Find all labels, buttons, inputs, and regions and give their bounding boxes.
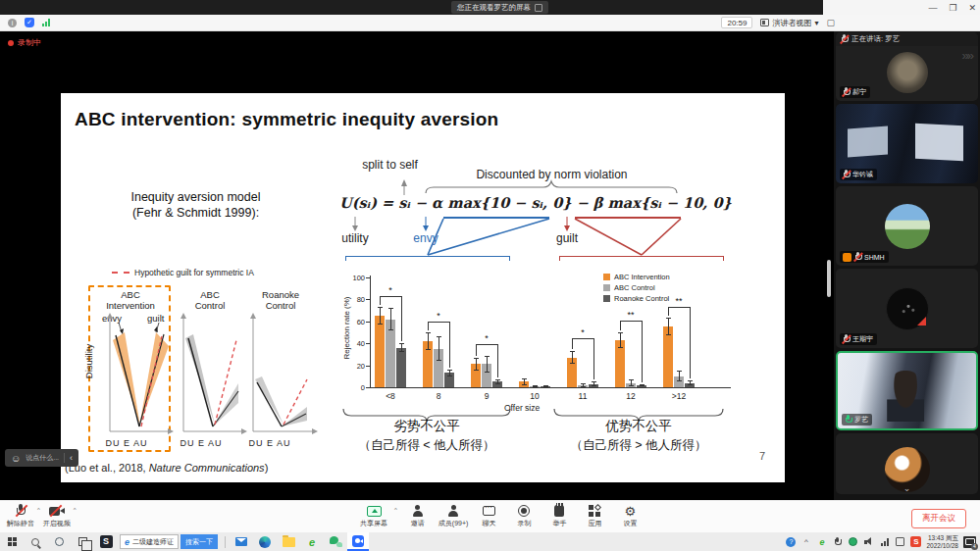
- folder-icon: [283, 537, 295, 547]
- panel2-x-labels: DU E AU: [167, 438, 235, 448]
- maximize-button[interactable]: ❐: [949, 3, 956, 13]
- share-screen-icon: [367, 506, 382, 517]
- person-icon: [412, 505, 424, 518]
- members-icon: [447, 505, 459, 518]
- fullscreen-icon[interactable]: ▢: [826, 18, 835, 27]
- wechat-app-button[interactable]: [324, 532, 347, 551]
- avatar: [887, 52, 928, 93]
- view-mode-button[interactable]: 演讲者视图 ▾: [760, 18, 818, 28]
- pinned-app-dark[interactable]: S: [94, 532, 118, 551]
- quick-chat-bubble[interactable]: ☺ 说点什么... ‹: [5, 449, 78, 467]
- note-disadvantageous: 劣势不公平 （自己所得 < 他人所得）: [334, 418, 520, 454]
- gear-icon: ⚙: [625, 505, 637, 518]
- envy-range-bracket: [345, 256, 510, 261]
- search-query-text[interactable]: 二级建造师证: [132, 537, 174, 547]
- mic-options-chevron[interactable]: ^: [37, 507, 40, 513]
- meeting-app-button-active[interactable]: [347, 532, 369, 551]
- record-icon: [518, 505, 530, 517]
- leave-meeting-button[interactable]: 离开会议: [911, 509, 966, 528]
- participants-sidebar: 正在讲话: 罗艺 »» 郝宁 华钤诚: [834, 31, 980, 500]
- scroll-down-icon[interactable]: ⌄: [903, 483, 911, 493]
- taskbar-search-button[interactable]: [24, 532, 47, 551]
- sogou-tray-icon[interactable]: S: [910, 536, 921, 548]
- volume-tray-icon[interactable]: [863, 536, 874, 548]
- collapse-chat-icon[interactable]: ‹: [70, 453, 73, 463]
- participant-tile[interactable]: 华钤诚: [836, 104, 978, 183]
- participant-tile-active-speaker[interactable]: 罗艺: [836, 351, 978, 430]
- watching-banner-text: 您正在观看罗艺的屏幕: [457, 3, 531, 13]
- apps-button[interactable]: 应用: [580, 504, 609, 528]
- chat-button[interactable]: 聊天: [474, 504, 503, 528]
- annotation-icon[interactable]: [535, 4, 542, 12]
- dark-app-icon: S: [100, 535, 113, 548]
- share-screen-button[interactable]: 共享屏幕: [359, 504, 388, 528]
- cortana-button[interactable]: [47, 532, 71, 551]
- mini-line-charts: [78, 279, 324, 451]
- camera-options-chevron[interactable]: ^: [74, 507, 77, 513]
- avatar: [886, 287, 929, 330]
- legend-item: Roanoke Control: [603, 294, 670, 303]
- annotation-envy: envy: [396, 231, 455, 245]
- share-options-chevron[interactable]: ^: [394, 507, 397, 513]
- edge-app-button[interactable]: [253, 532, 277, 551]
- ie-tray-icon[interactable]: e: [816, 536, 827, 548]
- web-search-box[interactable]: e 二级建造师证: [120, 534, 179, 549]
- chat-placeholder[interactable]: 说点什么...: [26, 453, 59, 463]
- invite-button[interactable]: 邀请: [403, 504, 433, 528]
- record-button[interactable]: 录制: [509, 504, 539, 528]
- windows-logo-icon: [8, 537, 17, 546]
- participant-tile[interactable]: SHMH: [836, 186, 978, 266]
- mic-tray-icon[interactable]: [832, 536, 843, 548]
- unmute-button[interactable]: 解除静音: [6, 504, 35, 528]
- mail-icon: [235, 537, 247, 546]
- red-dashed-line-icon: [112, 272, 129, 274]
- start-button[interactable]: [0, 532, 24, 551]
- guilt-range-bracket: [559, 256, 724, 261]
- chevron-down-icon: ▾: [814, 19, 818, 27]
- view-mode-label: 演讲者视图: [772, 18, 811, 28]
- start-video-button[interactable]: 开启视频: [42, 504, 72, 528]
- meeting-info-icon[interactable]: i: [8, 19, 17, 27]
- smiley-icon[interactable]: ☺: [11, 453, 21, 464]
- avatar: [885, 204, 930, 249]
- participant-tile[interactable]: ⌄: [836, 433, 978, 494]
- raise-hand-button[interactable]: 举手: [544, 504, 574, 528]
- muted-mic-icon: [854, 252, 861, 262]
- legend-item: ABC Intervention: [603, 273, 670, 281]
- network-tray-icon[interactable]: [879, 536, 890, 548]
- taskbar-clock[interactable]: 13:43 周五 2022/10/28: [926, 534, 958, 550]
- participant-tile[interactable]: 正在讲话: 罗艺 »» 郝宁: [836, 32, 978, 101]
- file-explorer-button[interactable]: [277, 532, 300, 551]
- presentation-slide: ABC intervention: symmetric inequity ave…: [61, 93, 785, 482]
- input-method-tray-icon[interactable]: [895, 536, 905, 548]
- participant-name-tag: 郝宁: [840, 86, 870, 98]
- ie-icon: e: [125, 537, 129, 547]
- host-badge-icon: [843, 253, 851, 262]
- bar-chart: Rejection rate (%) Offer size ABC Interv…: [326, 275, 757, 422]
- annotation-guilt: guilt: [538, 231, 596, 245]
- sidebar-scrollbar[interactable]: [827, 260, 831, 297]
- note-advantageous: 优势不公平 （自己所得 > 他人所得）: [545, 418, 732, 454]
- tray-expand-chevron[interactable]: ^: [800, 536, 811, 548]
- search-submit-button[interactable]: 搜索一下: [181, 534, 218, 549]
- members-button[interactable]: 成员(99+): [438, 504, 469, 528]
- security-shield-icon[interactable]: ✓: [25, 18, 34, 27]
- task-view-button[interactable]: [71, 532, 94, 551]
- meeting-toolbar: 解除静音 ^ 开启视频 ^ 共享屏幕 ^ 邀请 成员(99+): [0, 500, 980, 532]
- green-app-tray-icon[interactable]: [848, 536, 858, 548]
- ie-app-button[interactable]: e: [300, 532, 324, 551]
- speaking-banner: 正在讲话: 罗艺: [836, 32, 978, 46]
- model-label: Inequity aversion model (Fehr & Schmidt …: [115, 189, 277, 221]
- close-button[interactable]: ✕: [968, 3, 976, 13]
- settings-button[interactable]: ⚙ 设置: [615, 504, 645, 528]
- minimize-button[interactable]: —: [928, 3, 937, 13]
- watching-banner[interactable]: 您正在观看罗艺的屏幕: [451, 1, 548, 14]
- participant-name-tag: 王期宇: [840, 333, 877, 345]
- participant-tile[interactable]: 王期宇: [836, 269, 978, 348]
- help-tray-icon[interactable]: ?: [786, 537, 796, 547]
- mail-app-button[interactable]: [230, 532, 253, 551]
- muted-mic-icon: [843, 334, 850, 344]
- notification-center-button[interactable]: 4: [963, 536, 976, 548]
- search-icon: [31, 538, 39, 546]
- sogou-icon: S: [910, 536, 921, 547]
